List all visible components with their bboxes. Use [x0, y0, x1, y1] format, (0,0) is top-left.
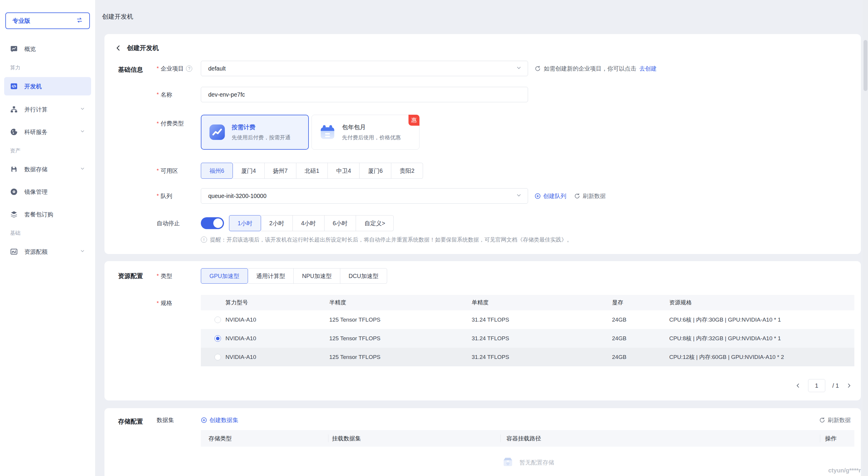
- duration-option[interactable]: 4小时: [293, 215, 324, 231]
- col-header: 操作: [820, 430, 855, 447]
- billing-option-title: 按需计费: [232, 123, 290, 131]
- sidebar-item-label: 并行计算: [24, 105, 48, 113]
- auto-stop-toggle[interactable]: [201, 217, 224, 229]
- col-header: 显存: [608, 299, 665, 306]
- create-queue-button[interactable]: 创建队列: [534, 192, 566, 200]
- billing-option-desc: 先付费后使用，价格优惠: [342, 134, 401, 141]
- prev-page-button[interactable]: [795, 383, 801, 388]
- required-marker: *: [157, 91, 159, 98]
- dataset-row: 数据集 创建数据集 刷新数据: [104, 416, 861, 424]
- col-header: 算力型号: [221, 299, 325, 306]
- zone-option[interactable]: 北碚1: [297, 163, 328, 179]
- enterprise-project-value: default: [208, 65, 226, 72]
- chevron-down-icon: [80, 129, 85, 135]
- sidebar-item-data-storage[interactable]: 数据存储: [4, 160, 91, 178]
- sidebar-item-label: 资源配额: [24, 248, 48, 256]
- total-pages: / 1: [832, 382, 839, 389]
- zone-button-group: 福州6 厦门4 扬州7 北碚1 中卫4 厦门6 贵阳2: [201, 163, 423, 179]
- create-project-link[interactable]: 去创建: [639, 65, 657, 73]
- billing-option-desc: 先使用后付费，按需开通: [232, 134, 290, 141]
- spec-radio-checked[interactable]: [215, 335, 221, 342]
- required-marker: *: [157, 300, 159, 306]
- storage-config-card: 存储配置 数据集 创建数据集 刷新数据 存储类型 挂载数据集 容器挂载路径 操作: [104, 408, 861, 476]
- zone-option[interactable]: 福州6: [201, 163, 233, 179]
- required-marker: *: [157, 65, 159, 72]
- chevron-down-icon: [80, 106, 85, 113]
- name-input[interactable]: [201, 87, 528, 102]
- sidebar-item-overview[interactable]: 概览: [4, 40, 91, 58]
- required-marker: *: [157, 273, 159, 279]
- back-button[interactable]: [115, 45, 122, 51]
- billing-option-subscription[interactable]: 包年包月 先付费后使用，价格优惠 惠: [311, 115, 420, 150]
- refresh-storage-button[interactable]: 刷新数据: [819, 416, 851, 424]
- zone-label: * 可用区: [157, 167, 201, 175]
- sidebar-item-label: 概览: [24, 45, 36, 53]
- auto-stop-hint: ! 提醒：开启该选项后，该开发机在运行时长超出所设定时长后，将自动停止并重置系统…: [201, 236, 861, 243]
- dev-machine-icon: [10, 82, 18, 90]
- sidebar-group-assets: 资产: [10, 147, 95, 154]
- auto-stop-duration-group: 1小时 2小时 4小时 6小时 自定义>: [229, 215, 394, 231]
- sidebar-item-research-services[interactable]: 科研服务: [4, 123, 91, 141]
- empty-text: 暂无配置存储: [520, 458, 554, 467]
- sidebar-item-package-subscription[interactable]: 套餐包订购: [4, 205, 91, 224]
- sidebar-item-label: 科研服务: [24, 128, 48, 136]
- scrollbar-track[interactable]: [863, 0, 868, 476]
- version-switch-button[interactable]: 专业版: [5, 12, 90, 29]
- billing-option-ondemand[interactable]: 按需计费 先使用后付费，按需开通: [201, 115, 309, 150]
- col-header: 半精度: [325, 299, 467, 306]
- spec-table-row[interactable]: NVIDIA-A10 125 Tensor TFLOPS 31.24 TFLOP…: [201, 348, 855, 366]
- sidebar-group-basic: 基础: [10, 229, 95, 236]
- next-page-button[interactable]: [846, 383, 852, 388]
- resource-type-option[interactable]: 通用计算型: [248, 268, 294, 284]
- duration-option[interactable]: 6小时: [324, 215, 356, 231]
- zone-option[interactable]: 扬州7: [265, 163, 297, 179]
- resource-type-row: * 类型 GPU加速型 通用计算型 NPU加速型 DCU加速型: [104, 268, 861, 284]
- resource-type-option[interactable]: GPU加速型: [201, 268, 248, 284]
- zone-option[interactable]: 贵阳2: [391, 163, 423, 179]
- image-management-icon: [10, 188, 18, 196]
- resource-type-option[interactable]: NPU加速型: [294, 268, 340, 284]
- name-row: * 名称: [104, 87, 861, 102]
- zone-option[interactable]: 厦门4: [233, 163, 265, 179]
- sidebar-group-compute: 算力: [10, 64, 95, 71]
- duration-option[interactable]: 2小时: [261, 215, 293, 231]
- duration-option[interactable]: 1小时: [229, 215, 261, 231]
- question-circle-icon[interactable]: ?: [186, 66, 192, 72]
- auto-stop-label: 自动停止: [157, 219, 201, 227]
- spec-table-row-selected[interactable]: NVIDIA-A10 125 Tensor TFLOPS 31.24 TFLOP…: [201, 329, 855, 348]
- zone-option[interactable]: 厦门6: [360, 163, 391, 179]
- subscription-billing-icon: [319, 124, 336, 141]
- sidebar-item-image-management[interactable]: 镜像管理: [4, 182, 91, 201]
- billing-option-title: 包年包月: [342, 123, 401, 131]
- col-header: 单精度: [467, 299, 608, 306]
- enterprise-project-label: * 企业项目 ?: [157, 65, 201, 73]
- resource-config-card: 资源配置 * 类型 GPU加速型 通用计算型 NPU加速型 DCU加速型 * 规…: [104, 261, 861, 400]
- spec-radio[interactable]: [215, 316, 221, 323]
- refresh-project-icon[interactable]: [534, 66, 541, 72]
- refresh-queue-button[interactable]: 刷新数据: [574, 192, 606, 200]
- enterprise-project-select[interactable]: default: [201, 61, 528, 76]
- queue-row: * 队列 queue-init-3200-10000 创建队列: [104, 188, 861, 204]
- resource-type-option[interactable]: DCU加速型: [340, 268, 387, 284]
- chevron-down-icon: [516, 192, 522, 200]
- spec-radio[interactable]: [215, 354, 221, 361]
- scrollbar-thumb[interactable]: [864, 40, 867, 91]
- sidebar-item-dev-machine[interactable]: 开发机: [4, 77, 91, 96]
- zone-option[interactable]: 中卫4: [328, 163, 360, 179]
- create-dataset-button[interactable]: 创建数据集: [201, 416, 239, 424]
- main-content: 创建开发机 创建开发机 基础信息 * 企业项目 ?: [95, 0, 868, 476]
- spec-table-row[interactable]: NVIDIA-A10 125 Tensor TFLOPS 31.24 TFLOP…: [201, 310, 855, 329]
- spec-row-wrap: * 规格 算力型号 半精度 单精度 显存 资源规格 NVIDIA-A10: [104, 295, 861, 366]
- col-header: 挂载数据集: [328, 430, 500, 447]
- sidebar-item-resource-quota[interactable]: 资源配额: [4, 242, 91, 261]
- discount-badge: 惠: [408, 115, 420, 126]
- queue-select[interactable]: queue-init-3200-10000: [201, 188, 528, 204]
- current-page-input[interactable]: 1: [808, 379, 825, 392]
- duration-option-custom[interactable]: 自定义>: [356, 215, 394, 231]
- billing-type-label: * 付费类型: [157, 115, 201, 128]
- required-marker: *: [157, 193, 159, 199]
- sidebar-item-label: 数据存储: [24, 165, 48, 173]
- app-root: 专业版 概览 算力 开发机: [0, 0, 868, 476]
- chevron-down-icon: [516, 65, 522, 72]
- sidebar-item-parallel-computing[interactable]: 并行计算: [4, 100, 91, 118]
